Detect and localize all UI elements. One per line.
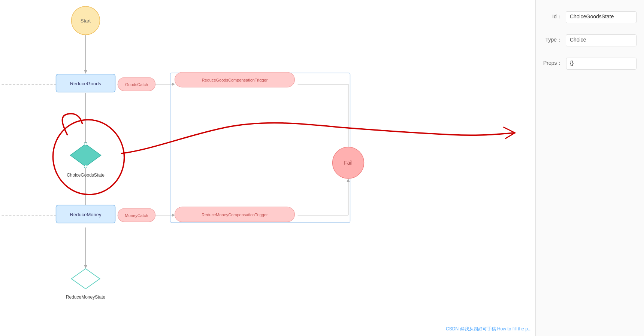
props-value[interactable]: {} <box>566 58 637 70</box>
type-label: Type： <box>543 34 562 43</box>
svg-point-24 <box>84 165 87 168</box>
choice-goods-state-label: ChoiceGoodsState <box>67 172 105 178</box>
reduce-money-state-node[interactable] <box>72 269 100 289</box>
reduce-money-comp-trigger-label: ReduceMoneyCompensationTrigger <box>202 213 268 217</box>
props-row: Props： {} <box>543 58 637 70</box>
money-catch-label: MoneyCatch <box>125 213 148 218</box>
goods-catch-label: GoodsCatch <box>125 82 148 87</box>
diagram-area: Start ReduceGoods GoodsCatch ReduceGoods… <box>0 0 535 336</box>
props-label: Props： <box>543 58 562 67</box>
type-value[interactable]: Choice <box>566 34 637 46</box>
type-row: Type： Choice <box>543 34 637 46</box>
id-value[interactable]: ChoiceGoodsState <box>566 11 637 23</box>
id-label: Id： <box>543 11 562 20</box>
annotation-arrow <box>122 123 515 153</box>
right-panel: Id： ChoiceGoodsState Type： Choice Props：… <box>535 0 644 336</box>
reduce-goods-comp-trigger-label: ReduceGoodsCompensationTrigger <box>202 78 268 82</box>
choice-goods-state-node[interactable] <box>70 144 101 167</box>
svg-point-23 <box>84 143 87 146</box>
svg-marker-18 <box>172 214 175 217</box>
svg-rect-22 <box>170 73 350 223</box>
reduce-money-state-label: ReduceMoneyState <box>66 294 106 300</box>
svg-marker-21 <box>347 178 350 182</box>
reduce-goods-label: ReduceGoods <box>70 81 102 86</box>
svg-marker-12 <box>172 83 175 86</box>
watermark: CSDN @我从四好可手稿 How to fill the p... <box>446 326 532 332</box>
id-row: Id： ChoiceGoodsState <box>543 11 637 23</box>
reduce-money-label: ReduceMoney <box>70 212 102 217</box>
diagram-svg: Start ReduceGoods GoodsCatch ReduceGoods… <box>0 0 535 336</box>
svg-marker-9 <box>84 265 87 269</box>
start-label: Start <box>81 18 91 24</box>
fail-label: Fail <box>344 160 353 166</box>
svg-marker-3 <box>84 70 87 74</box>
